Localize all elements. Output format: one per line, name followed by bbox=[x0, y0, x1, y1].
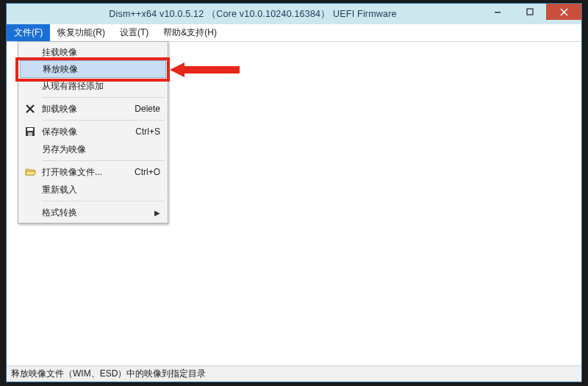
menu-file[interactable]: 文件(F) bbox=[7, 24, 50, 41]
window-title: Dism++x64 v10.0.5.12 （Core v10.0.10240.1… bbox=[12, 8, 493, 21]
menu-help[interactable]: 帮助&支持(H) bbox=[156, 24, 224, 41]
menu-item-shortcut: Delete bbox=[135, 104, 160, 114]
menu-item-label: 另存为映像 bbox=[42, 143, 86, 156]
menu-item-release-image[interactable]: 释放映像 bbox=[20, 60, 166, 78]
menu-recovery[interactable]: 恢复功能(R) bbox=[50, 24, 112, 41]
maximize-icon bbox=[526, 8, 534, 15]
chevron-right-icon: ▶ bbox=[154, 209, 160, 217]
folder-open-icon bbox=[24, 165, 37, 179]
menu-item-add-from-path[interactable]: 从现有路径添加 bbox=[20, 77, 166, 95]
menu-item-shortcut: Ctrl+S bbox=[135, 126, 160, 137]
menu-item-label: 释放映像 bbox=[43, 63, 78, 76]
window-controls bbox=[481, 4, 581, 20]
statusbar: 释放映像文件（WIM、ESD）中的映像到指定目录 bbox=[7, 365, 581, 382]
menu-separator bbox=[42, 160, 165, 161]
menu-item-label: 卸载映像 bbox=[42, 103, 77, 115]
minimize-icon bbox=[494, 8, 501, 15]
menu-item-reload[interactable]: 重新载入 bbox=[20, 181, 166, 199]
menu-item-save-image[interactable]: 保存映像 Ctrl+S bbox=[20, 123, 166, 140]
svg-rect-0 bbox=[495, 12, 501, 13]
menu-item-save-as-image[interactable]: 另存为映像 bbox=[20, 140, 166, 158]
minimize-button[interactable] bbox=[481, 4, 514, 20]
app-window: Dism++x64 v10.0.5.12 （Core v10.0.10240.1… bbox=[6, 3, 582, 382]
menubar: 文件(F) 恢复功能(R) 设置(T) 帮助&支持(H) bbox=[7, 24, 581, 42]
menu-item-label: 打开映像文件... bbox=[42, 166, 102, 179]
menu-item-label: 挂载映像 bbox=[42, 46, 77, 59]
menu-item-open-image-file[interactable]: 打开映像文件... Ctrl+O bbox=[20, 163, 166, 181]
menu-item-shortcut: Ctrl+O bbox=[135, 167, 160, 177]
svg-rect-1 bbox=[527, 9, 533, 15]
file-menu-dropdown: 挂载映像 释放映像 从现有路径添加 卸载映像 Delete 保存映像 Ctrl+… bbox=[18, 41, 168, 224]
statusbar-text: 释放映像文件（WIM、ESD）中的映像到指定目录 bbox=[11, 368, 206, 380]
menu-item-label: 保存映像 bbox=[42, 126, 77, 138]
titlebar: Dism++x64 v10.0.5.12 （Core v10.0.10240.1… bbox=[7, 4, 581, 24]
save-disk-icon bbox=[24, 125, 37, 138]
menu-item-unmount-image[interactable]: 卸载映像 Delete bbox=[20, 100, 166, 118]
menu-item-label: 重新载入 bbox=[42, 184, 77, 196]
menu-item-format-convert[interactable]: 格式转换 ▶ bbox=[20, 204, 166, 221]
delete-x-icon bbox=[24, 102, 37, 115]
close-icon bbox=[560, 8, 568, 16]
menu-settings[interactable]: 设置(T) bbox=[112, 24, 156, 41]
close-button[interactable] bbox=[546, 4, 581, 20]
menu-separator bbox=[42, 120, 165, 121]
menu-item-label: 格式转换 bbox=[42, 207, 77, 219]
menu-item-label: 从现有路径添加 bbox=[42, 80, 104, 93]
menu-separator bbox=[42, 97, 165, 98]
menu-item-mount-image[interactable]: 挂载映像 bbox=[20, 43, 166, 61]
svg-rect-3 bbox=[27, 128, 33, 131]
maximize-button[interactable] bbox=[514, 4, 546, 20]
svg-rect-4 bbox=[28, 132, 32, 136]
menu-separator bbox=[42, 201, 165, 201]
